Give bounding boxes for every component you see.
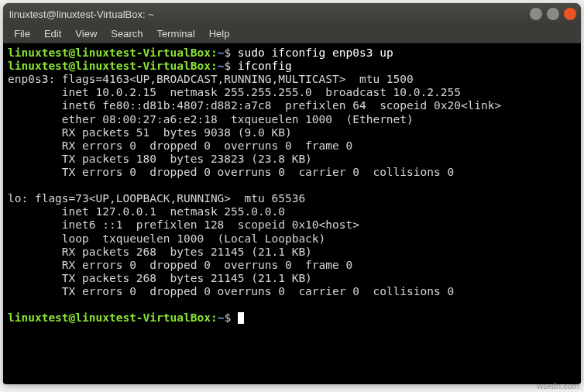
menu-help[interactable]: Help (203, 26, 236, 41)
output-line: loop txqueuelen 1000 (Local Loopback) (8, 232, 325, 245)
output-line: enp0s3: flags=4163<UP,BROADCAST,RUNNING,… (8, 73, 414, 85)
prompt-user-host: linuxtest@linuxtest-VirtualBox (8, 46, 211, 59)
command-3 (231, 311, 238, 324)
output-line: TX errors 0 dropped 0 overruns 0 carrier… (8, 166, 454, 178)
output-line: RX errors 0 dropped 0 overruns 0 frame 0 (8, 259, 352, 271)
prompt-colon: : (211, 311, 218, 324)
cursor (238, 312, 244, 324)
menu-file[interactable]: File (8, 26, 36, 41)
output-line: TX packets 268 bytes 21145 (21.1 KB) (8, 272, 312, 284)
close-button[interactable] (564, 8, 576, 20)
window-title: linuxtest@linuxtest-VirtualBox: ~ (9, 9, 154, 20)
menu-terminal[interactable]: Terminal (151, 26, 201, 41)
watermark: wsxdn.com (537, 381, 579, 390)
window-controls (530, 8, 576, 20)
terminal-window: linuxtest@linuxtest-VirtualBox: ~ File E… (3, 3, 581, 384)
menu-view[interactable]: View (69, 26, 103, 41)
prompt-colon: : (211, 60, 218, 72)
output-line: inet6 fe80::d81b:4807:d882:a7c8 prefixle… (8, 99, 501, 112)
prompt-colon: : (211, 46, 218, 59)
output-line: RX packets 51 bytes 9038 (9.0 KB) (8, 126, 292, 139)
output-line: ether 08:00:27:a6:e2:18 txqueuelen 1000 … (8, 113, 414, 126)
output-line: TX errors 0 dropped 0 overruns 0 carrier… (8, 285, 454, 297)
menubar: File Edit View Search Terminal Help (3, 25, 581, 43)
output-line: RX packets 268 bytes 21145 (21.1 KB) (8, 246, 312, 258)
prompt-symbol: $ (224, 46, 231, 59)
maximize-button[interactable] (547, 8, 559, 20)
prompt-symbol: $ (224, 311, 231, 324)
output-line: inet6 ::1 prefixlen 128 scopeid 0x10<hos… (8, 218, 359, 231)
command-2: ifconfig (231, 60, 292, 72)
output-line: TX packets 180 bytes 23823 (23.8 KB) (8, 153, 312, 165)
menu-search[interactable]: Search (105, 26, 149, 41)
output-line: RX errors 0 dropped 0 overruns 0 frame 0 (8, 139, 352, 152)
titlebar[interactable]: linuxtest@linuxtest-VirtualBox: ~ (3, 3, 581, 25)
output-line: inet 10.0.2.15 netmask 255.255.255.0 bro… (8, 86, 461, 98)
command-1: sudo ifconfig enp0s3 up (231, 46, 393, 59)
terminal-content[interactable]: linuxtest@linuxtest-VirtualBox:~$ sudo i… (3, 43, 581, 384)
prompt-user-host: linuxtest@linuxtest-VirtualBox (8, 60, 211, 72)
prompt-user-host: linuxtest@linuxtest-VirtualBox (8, 311, 211, 324)
prompt-symbol: $ (224, 60, 231, 72)
output-line: lo: flags=73<UP,LOOPBACK,RUNNING> mtu 65… (8, 192, 305, 205)
menu-edit[interactable]: Edit (38, 26, 67, 41)
output-line: inet 127.0.0.1 netmask 255.0.0.0 (8, 205, 285, 218)
minimize-button[interactable] (530, 8, 542, 20)
